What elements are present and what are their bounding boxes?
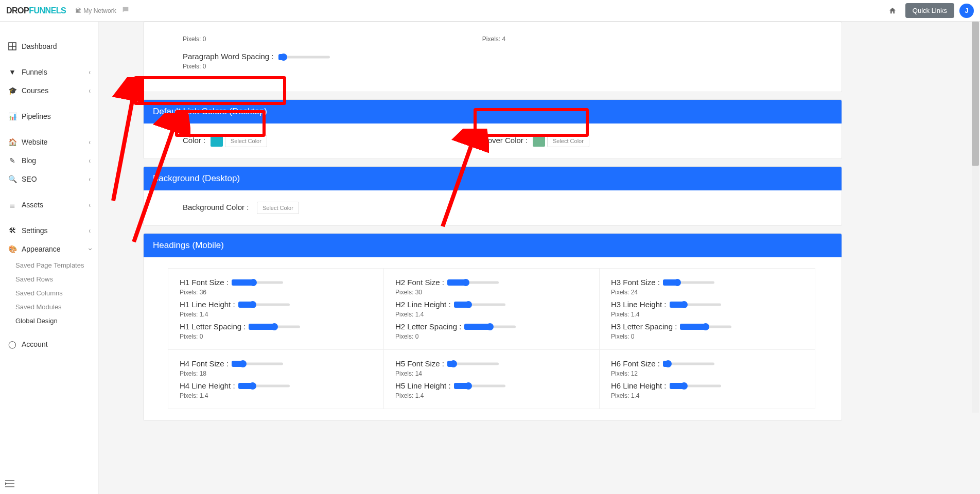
brand-part2: FUNNELS (29, 6, 66, 15)
h1-cell: H1 Font Size :Pixels: 36 H1 Line Height … (168, 268, 384, 350)
nav-dashboard[interactable]: Dashboard (0, 37, 98, 56)
scrollbar-thumb[interactable] (972, 22, 979, 166)
link-colors-header: Default Link Colors (Desktop) (144, 100, 842, 123)
select-hover-color-button[interactable]: Select Color (547, 135, 589, 147)
h1-letter-slider[interactable] (249, 324, 300, 330)
user-avatar[interactable]: J (959, 4, 974, 18)
h3-cell: H3 Font Size :Pixels: 24 H3 Line Height … (599, 268, 815, 350)
h4-cell: H4 Font Size :Pixels: 18 H4 Line Height … (168, 349, 384, 409)
nav-pipelines[interactable]: 📊 Pipelines (0, 107, 98, 126)
h6-cell: H6 Font Size :Pixels: 12 H6 Line Height … (599, 349, 815, 409)
sub-columns[interactable]: Saved Columns (15, 286, 98, 300)
dashboard-icon (7, 42, 18, 50)
nav-seo[interactable]: 🔍 SEO ‹ (0, 170, 98, 188)
chevron-left-icon: ‹ (89, 138, 91, 146)
funnels-icon: ▼ (7, 68, 18, 76)
chevron-left-icon: ‹ (89, 226, 91, 235)
sub-modules[interactable]: Saved Modules (15, 300, 98, 314)
h2-line-slider[interactable] (454, 302, 505, 308)
h2-font-slider[interactable] (447, 279, 499, 286)
my-network-link[interactable]: 🏛 My Network (75, 7, 116, 14)
sub-global-design[interactable]: Global Design (15, 314, 98, 328)
h1-line-slider[interactable] (238, 302, 290, 308)
color-swatch[interactable] (211, 135, 223, 147)
h5-font-slider[interactable] (447, 361, 499, 367)
h2-letter-slider[interactable] (464, 324, 516, 330)
sidebar: Dashboard ▼ Funnels ‹ 🎓 Courses ‹ 📊 Pipe… (0, 22, 99, 449)
quick-links-button[interactable]: Quick Links (905, 3, 954, 18)
hover-color-label: Hover Color : (482, 136, 528, 145)
h1-font-label: H1 Font Size : (180, 278, 372, 287)
network-icon: 🏛 (75, 7, 81, 14)
h6-line-slider[interactable] (670, 383, 721, 389)
chevron-down-icon: ‹ (86, 249, 94, 250)
assets-icon: ≣ (7, 201, 18, 209)
nav-blog[interactable]: ✎ Blog ‹ (0, 151, 98, 170)
h4-font-slider[interactable] (232, 361, 283, 367)
link-colors-panel: Default Link Colors (Desktop) Color : Se… (143, 99, 842, 159)
main-content: Pixels: 0 Pixels: 4 Paragraph Word Spaci… (99, 22, 861, 449)
brand-logo[interactable]: DROPFUNNELS (6, 6, 66, 15)
courses-icon: 🎓 (7, 86, 18, 95)
chevron-left-icon: ‹ (89, 156, 91, 165)
chat-icon[interactable] (121, 6, 130, 15)
bg-select-color-button[interactable]: Select Color (257, 202, 299, 214)
nav-courses[interactable]: 🎓 Courses ‹ (0, 81, 98, 100)
sub-rows[interactable]: Saved Rows (15, 272, 98, 286)
word-spacing-label: Paragraph Word Spacing : (183, 52, 274, 61)
h5-cell: H5 Font Size :Pixels: 14 H5 Line Height … (383, 349, 600, 409)
h3-letter-slider[interactable] (680, 324, 731, 330)
nav-funnels[interactable]: ▼ Funnels ‹ (0, 63, 98, 81)
bg-color-label: Background Color : (183, 203, 249, 211)
chevron-left-icon: ‹ (89, 86, 91, 95)
hover-color-swatch[interactable] (533, 135, 545, 147)
select-color-button[interactable]: Select Color (225, 135, 267, 147)
nav-account[interactable]: ◯ Account (0, 335, 98, 354)
chevron-left-icon: ‹ (89, 68, 91, 76)
home-button[interactable] (885, 3, 900, 19)
pipelines-icon: 📊 (7, 112, 18, 120)
paragraph-panel: Pixels: 0 Pixels: 4 Paragraph Word Spaci… (143, 22, 842, 92)
sub-templates[interactable]: Saved Page Templates (15, 258, 98, 272)
topbar: DROPFUNNELS 🏛 My Network Quick Links J (0, 0, 980, 22)
background-panel: Background (Desktop) Background Color : … (143, 166, 842, 226)
blog-icon: ✎ (7, 156, 18, 165)
background-header: Background (Desktop) (144, 167, 842, 190)
appearance-icon: 🎨 (7, 245, 18, 253)
appearance-submenu: Saved Page Templates Saved Rows Saved Co… (0, 258, 98, 328)
nav-website[interactable]: 🏠 Website ‹ (0, 133, 98, 151)
pixels-right: Pixels: 4 (482, 36, 761, 43)
pixels-left: Pixels: 0 (183, 36, 462, 43)
color-label: Color : (183, 136, 205, 145)
scrollbar[interactable] (972, 22, 979, 413)
word-spacing-slider[interactable] (278, 54, 330, 60)
word-spacing-pixels: Pixels: 0 (183, 63, 802, 70)
nav-settings[interactable]: 🛠 Settings ‹ (0, 221, 98, 240)
settings-icon: 🛠 (7, 226, 18, 235)
h5-line-slider[interactable] (454, 383, 505, 389)
headings-mobile-header: Headings (Mobile) (144, 234, 842, 257)
headings-mobile-panel: Headings (Mobile) H1 Font Size :Pixels: … (143, 233, 842, 421)
h2-cell: H2 Font Size :Pixels: 30 H2 Line Height … (383, 268, 600, 350)
h3-line-slider[interactable] (670, 302, 721, 308)
nav-assets[interactable]: ≣ Assets ‹ (0, 196, 98, 214)
seo-icon: 🔍 (7, 175, 18, 183)
h6-font-slider[interactable] (663, 361, 714, 367)
h1-font-slider[interactable] (232, 279, 283, 286)
chevron-left-icon: ‹ (89, 201, 91, 209)
h1-line-label: H1 Line Height : (180, 300, 372, 309)
brand-part1: DROP (6, 6, 29, 15)
chevron-left-icon: ‹ (89, 175, 91, 183)
h1-letter-label: H1 Letter Spacing : (180, 322, 372, 331)
account-icon: ◯ (7, 340, 18, 348)
h3-font-slider[interactable] (663, 279, 714, 286)
nav-appearance[interactable]: 🎨 Appearance ‹ (0, 240, 98, 258)
network-label: My Network (83, 7, 116, 14)
h4-line-slider[interactable] (238, 383, 290, 389)
website-icon: 🏠 (7, 138, 18, 146)
